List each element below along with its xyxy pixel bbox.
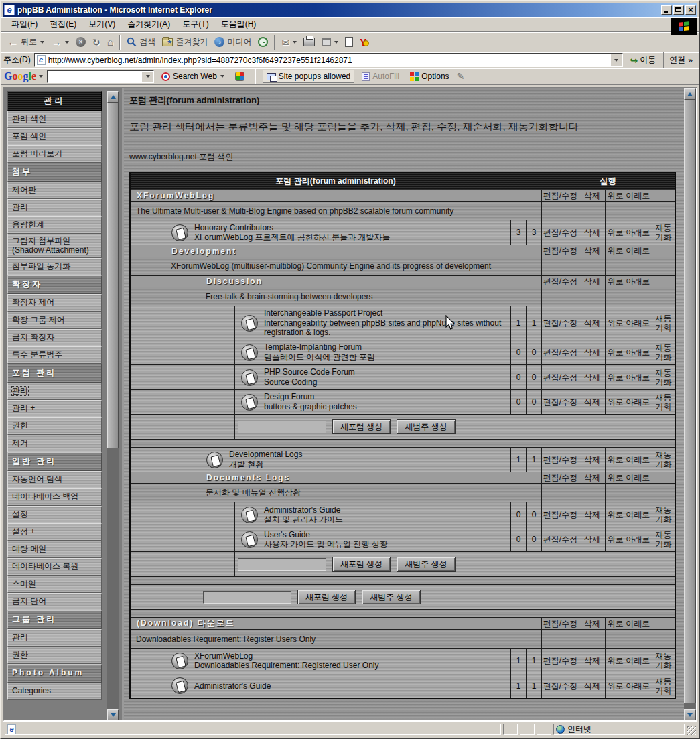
sidebar-item[interactable]: 데이타베이스 복원 bbox=[7, 558, 102, 576]
delete-action[interactable]: 삭제 bbox=[579, 527, 606, 551]
move-up-down-action[interactable]: 위로 아래로 bbox=[606, 276, 652, 287]
delete-action[interactable]: 삭제 bbox=[579, 448, 606, 472]
edit-action[interactable]: 편집/수정 bbox=[542, 245, 579, 256]
address-input[interactable]: e http://www.cyberblog.net/admin/index.p… bbox=[34, 53, 623, 67]
resync-action[interactable]: 재동기화 bbox=[652, 365, 675, 389]
autofill-button[interactable]: AutoFill bbox=[358, 70, 403, 82]
menu-file[interactable]: 파일(F) bbox=[5, 17, 44, 32]
media-button[interactable]: ♪ 미디어 bbox=[211, 33, 255, 51]
google-misc-button[interactable] bbox=[232, 70, 248, 82]
edit-action[interactable]: 편집/수정 bbox=[542, 390, 579, 414]
edit-action[interactable]: 편집/수정 bbox=[542, 365, 579, 389]
sidebar-item[interactable]: 스마일 bbox=[7, 576, 102, 593]
move-up-down-action[interactable]: 위로 아래로 bbox=[606, 220, 652, 245]
forward-dropdown-icon[interactable] bbox=[65, 41, 69, 44]
resync-action[interactable]: 재동기화 bbox=[652, 502, 675, 527]
options-button[interactable]: Options bbox=[407, 70, 452, 82]
delete-action[interactable]: 삭제 bbox=[579, 472, 606, 483]
create-forum-button[interactable]: 새포럼 생성 bbox=[332, 557, 391, 572]
sidebar-item[interactable]: 관리 색인 bbox=[7, 111, 102, 128]
stop-button[interactable]: × bbox=[72, 33, 89, 51]
move-up-down-action[interactable]: 위로 아래로 bbox=[606, 306, 652, 340]
edit-button[interactable] bbox=[342, 33, 356, 51]
resync-action[interactable]: 재동기화 bbox=[652, 220, 675, 245]
scroll-up-button[interactable] bbox=[684, 88, 696, 100]
history-button[interactable] bbox=[255, 33, 271, 51]
delete-action[interactable]: 삭제 bbox=[579, 618, 606, 629]
address-dropdown-button[interactable] bbox=[610, 54, 622, 66]
edit-action[interactable]: 편집/수정 bbox=[542, 502, 579, 527]
google-input-dropdown[interactable] bbox=[141, 71, 153, 82]
move-up-down-action[interactable]: 위로 아래로 bbox=[606, 649, 652, 673]
move-up-down-action[interactable]: 위로 아래로 bbox=[606, 673, 652, 698]
menu-edit[interactable]: 편집(E) bbox=[44, 17, 82, 32]
resync-action[interactable]: 재동기화 bbox=[652, 306, 675, 340]
delete-action[interactable]: 삭제 bbox=[579, 245, 606, 256]
menu-help[interactable]: 도움말(H) bbox=[215, 17, 263, 32]
edit-action[interactable]: 편집/수정 bbox=[542, 673, 579, 698]
popup-blocker-button[interactable]: Site popups allowed bbox=[263, 70, 354, 83]
sidebar-item[interactable]: 특수 분류범주 bbox=[7, 346, 102, 364]
sidebar-item[interactable]: 금지 단어 bbox=[7, 593, 102, 610]
close-button[interactable] bbox=[685, 5, 696, 15]
menu-tools[interactable]: 도구(T) bbox=[176, 17, 214, 32]
resync-action[interactable]: 재동기화 bbox=[652, 340, 675, 364]
new-forum-name-input[interactable] bbox=[238, 421, 326, 433]
new-forum-name-input[interactable] bbox=[238, 558, 326, 571]
links-button[interactable]: 연결 » bbox=[663, 52, 697, 68]
resync-action[interactable]: 재동기화 bbox=[652, 649, 675, 673]
back-dropdown-icon[interactable] bbox=[40, 41, 44, 44]
move-up-down-action[interactable]: 위로 아래로 bbox=[606, 365, 652, 389]
sidebar-item[interactable]: 그림자 첨부파일(Shadow Attachment) bbox=[7, 234, 102, 258]
create-forum-button[interactable]: 새포럼 생성 bbox=[332, 419, 391, 434]
mail-dropdown-icon[interactable] bbox=[293, 41, 297, 44]
menu-view[interactable]: 보기(V) bbox=[82, 17, 121, 32]
move-up-down-action[interactable]: 위로 아래로 bbox=[606, 245, 652, 256]
sidebar-item[interactable]: 포럼 색인 bbox=[7, 128, 102, 145]
sidebar-item[interactable]: 확장 그룹 제어 bbox=[7, 312, 102, 329]
search-web-dropdown-icon[interactable] bbox=[220, 75, 224, 78]
resize-grip[interactable] bbox=[687, 726, 696, 735]
create-category-button[interactable]: 새범주 생성 bbox=[397, 557, 455, 572]
sidebar-item[interactable]: 권한 bbox=[7, 417, 102, 435]
sidebar-item[interactable]: 관리 bbox=[7, 383, 102, 400]
sidebar-item[interactable]: 데이타베이스 백업 bbox=[7, 488, 102, 506]
search-web-button[interactable]: Search Web bbox=[158, 70, 228, 82]
forward-button[interactable]: → bbox=[48, 33, 72, 51]
sidebar-item[interactable]: 설정 + bbox=[7, 523, 102, 541]
resync-action[interactable]: 재동기화 bbox=[652, 673, 675, 698]
delete-action[interactable]: 삭제 bbox=[579, 649, 606, 673]
scroll-down-button[interactable] bbox=[107, 709, 119, 720]
sidebar-item[interactable]: 설정 bbox=[7, 506, 102, 523]
create-category-button[interactable]: 새범주 생성 bbox=[362, 590, 420, 604]
edit-action[interactable]: 편집/수정 bbox=[542, 306, 579, 340]
delete-action[interactable]: 삭제 bbox=[579, 673, 606, 698]
delete-action[interactable]: 삭제 bbox=[579, 306, 606, 340]
sidebar-item[interactable]: 제거 bbox=[7, 435, 102, 452]
back-button[interactable]: ← 뒤로 bbox=[4, 33, 48, 51]
maximize-button[interactable] bbox=[673, 5, 684, 15]
main-scroll-thumb[interactable] bbox=[684, 100, 696, 703]
new-forum-name-input[interactable] bbox=[203, 591, 291, 604]
sidebar-item[interactable]: 첨부파일 동기화 bbox=[7, 258, 102, 275]
resync-action[interactable]: 재동기화 bbox=[652, 527, 675, 551]
menu-favorites[interactable]: 즐겨찾기(A) bbox=[121, 17, 176, 32]
move-up-down-action[interactable]: 위로 아래로 bbox=[606, 190, 652, 201]
main-scrollbar[interactable] bbox=[684, 88, 696, 720]
sidebar-item[interactable]: 관리 bbox=[7, 629, 102, 647]
create-forum-button[interactable]: 새포럼 생성 bbox=[297, 590, 356, 604]
resync-action[interactable]: 재동기화 bbox=[652, 448, 675, 472]
resync-action[interactable]: 재동기화 bbox=[652, 390, 675, 414]
edit-action[interactable]: 편집/수정 bbox=[542, 527, 579, 551]
sidebar-item[interactable]: 권한 bbox=[7, 647, 102, 664]
move-up-down-action[interactable]: 위로 아래로 bbox=[606, 448, 652, 472]
google-search-input[interactable] bbox=[47, 70, 154, 83]
go-button[interactable]: ↪ 이동 bbox=[626, 53, 660, 67]
create-category-button[interactable]: 새범주 생성 bbox=[397, 419, 455, 434]
mail-button[interactable]: ✉ bbox=[278, 33, 300, 51]
delete-action[interactable]: 삭제 bbox=[579, 276, 606, 287]
sidebar-item[interactable]: Categories bbox=[7, 683, 102, 700]
search-button[interactable]: 검색 bbox=[123, 33, 159, 51]
resize-button[interactable] bbox=[318, 33, 342, 51]
sidebar-item[interactable]: 용량한계 bbox=[7, 216, 102, 234]
